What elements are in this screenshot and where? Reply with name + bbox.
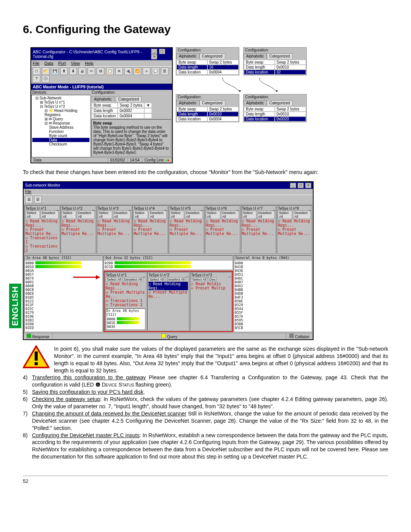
monitor-column: TeSys U n°7_ Select AllDeselect All ☑ Re… <box>241 205 276 254</box>
warning-icon <box>23 345 49 369</box>
connect-icon[interactable]: 🔌 <box>124 67 132 75</box>
out-area-view: Out Area 32 bytes (512) 0200021D <box>104 255 233 270</box>
monitor-menu[interactable]: File <box>24 189 313 195</box>
tree-bytecount[interactable]: Byte count <box>32 134 89 138</box>
hl-col-1: TeSys U n°1_ Select AllDeselect All ☑ Re… <box>105 272 147 331</box>
toolbar-icon[interactable]: ☰ <box>25 196 33 203</box>
tree-data-selected[interactable]: Data <box>32 138 89 142</box>
monitor-column: TeSys U n°2_ Select AllDeselect All ☑ Re… <box>61 205 96 254</box>
monitor-column: TeSys U n°6_ Select AllDeselect All ☑ Re… <box>205 205 240 254</box>
toolbar-icon[interactable]: ☰ <box>34 196 42 203</box>
mini-config-4: Configuration: AlphabeticCategorized Byt… <box>243 94 307 122</box>
monitor-column: TeSys U n°4_ Select AllDeselect All ☑ Re… <box>132 205 168 254</box>
monitor-column: TeSys U n°5_ Select AllDeselect All ☑ Re… <box>169 205 204 254</box>
window-title: ABC Configurator - C:\Schneider\ABC Conf… <box>33 50 151 59</box>
monitor-column: TeSys U n°8_ Select AllDeselect All ☑ Re… <box>277 205 312 254</box>
config-description: Byte swap The byte swapping method to us… <box>91 119 171 157</box>
stack-icon[interactable]: ☰ <box>161 67 169 75</box>
monitor-icon[interactable]: 📶 <box>134 67 141 75</box>
english-tab: ENGLISH <box>9 284 21 328</box>
svg-rect-6 <box>35 362 38 365</box>
monitor-title: Sub-network Monitor <box>25 183 60 187</box>
device-tree[interactable]: ⊟ Sub-Network ⊞ TeSys U n°1 ⊟ TeSys U n°… <box>31 95 91 157</box>
mode-bar: ABC Master Mode - LUFP9 (tutorial) <box>31 84 172 90</box>
step-5: Saving this configuration to your PC's h… <box>32 388 145 396</box>
tree-n2[interactable]: ⊟ TeSys U n°2 <box>32 104 89 109</box>
print-icon[interactable]: 🖨 <box>78 67 86 75</box>
copy-icon[interactable]: ⧉ <box>97 67 104 75</box>
callout-arrow <box>73 270 104 285</box>
save-icon[interactable]: 💾 <box>51 67 59 75</box>
tree-slave[interactable]: Slave Address <box>32 125 89 129</box>
monitor-column: TeSys U n°3_ Select AllDeselect All ☑ Re… <box>97 205 132 254</box>
open-icon[interactable]: 📂 <box>42 67 49 75</box>
tree-func[interactable]: Function <box>32 129 89 134</box>
monitor-status-bar: Response Query Collision <box>24 333 313 339</box>
maximize-icon[interactable]: □ <box>298 183 304 188</box>
connector-lines <box>176 78 308 93</box>
devices-header: Devices: <box>31 90 91 95</box>
minimize-icon[interactable]: _ <box>151 49 157 54</box>
cut-icon[interactable]: ✂ <box>88 67 95 75</box>
hl-col-2: TeSys U n°2_ Select AllDeselect All ☐ Re… <box>147 272 189 331</box>
menu-help[interactable]: Help <box>85 61 94 66</box>
chat-icon[interactable]: 💬 <box>152 67 159 75</box>
monitor-column: TeSys U n°1_ Select AllDeselect All ☑ Re… <box>24 205 60 254</box>
in-area-view: In Area 48 bytes (512) 0000001D003A00570… <box>24 255 103 332</box>
general-area-view: General Area 0 bytes (944) 0400041B04360… <box>234 255 312 332</box>
step-4: Transferring this configuration to the g… <box>32 374 388 388</box>
close-icon[interactable]: × <box>305 183 311 188</box>
tree-root[interactable]: ⊟ Sub-Network <box>32 96 89 100</box>
subnetwork-monitor-window: Sub-network Monitor _ □ × File ☰ ☰ TeSys… <box>23 181 314 340</box>
minimize-icon[interactable]: _ <box>290 183 296 188</box>
menu-file[interactable]: File <box>25 190 31 194</box>
tree-checksum[interactable]: Checksum <box>32 142 89 146</box>
tree-query[interactable]: ⊞ ✉ Query <box>32 117 89 121</box>
tree-n1[interactable]: ⊞ TeSys U n°1 <box>32 100 89 104</box>
add-icon[interactable]: ＋ <box>143 67 150 75</box>
tab-alphabetic[interactable]: Alphabetic <box>91 96 115 102</box>
status-bar: Data 01/02/02 14:54 Config Line ●● <box>31 157 172 163</box>
intro-paragraph: To check that these changes have been en… <box>23 169 388 176</box>
info-icon[interactable]: ⓘ <box>42 75 49 83</box>
step-7: Changing the amount of data received by … <box>32 410 388 432</box>
close-icon[interactable]: × <box>151 54 157 59</box>
menu-data[interactable]: Data <box>45 61 53 66</box>
menu-port[interactable]: Port <box>58 61 66 66</box>
new-icon[interactable]: □ <box>33 67 40 75</box>
step-6: Checking the gateway setup: In RsNetWorx… <box>32 396 388 410</box>
upload-icon[interactable]: ⬆ <box>60 67 68 75</box>
maximize-icon[interactable]: □ <box>159 49 165 54</box>
delete-icon[interactable]: ✕ <box>115 67 123 75</box>
page-title: 6. Configuring the Gateway <box>23 23 388 36</box>
mini-config-3: Configuration: AlphabeticCategorized Byt… <box>176 94 239 122</box>
step-8: Configuring the DeviceNet master PLC inp… <box>32 432 388 461</box>
tree-response[interactable]: ⊟ ✉ Response <box>32 121 89 125</box>
abc-configurator-window: ABC Configurator - C:\Schneider\ABC Conf… <box>30 47 173 163</box>
mini-config-1: Configuration: AlphabeticCategorized Byt… <box>176 47 239 75</box>
mini-config-2: Configuration: AlphabeticCategorized Byt… <box>243 47 307 75</box>
menu-file[interactable]: File <box>33 61 40 66</box>
window-controls[interactable]: _ □ × <box>151 49 170 59</box>
toolbar[interactable]: □ 📂 💾 ⬆ ⬇ 🖨 ✂ ⧉ 📋 ✕ 🔌 📶 ＋ 💬 ☰ ? ⓘ <box>31 66 172 84</box>
svg-rect-5 <box>35 351 38 361</box>
highlighted-columns: TeSys U n°1_ Select AllDeselect All ☑ Re… <box>104 271 233 332</box>
download-icon[interactable]: ⬇ <box>69 67 77 75</box>
tree-rhr[interactable]: ⊟ 📁 Read Holding Registers <box>32 109 89 117</box>
config-header: Configuration: <box>91 90 172 95</box>
help-icon[interactable]: ? <box>33 75 40 83</box>
point6-text: In point 6), you shall make sure the val… <box>54 345 388 374</box>
hl-col-3: TeSys U n°3_ Select AllDes ☑ Read Holdin… <box>190 272 232 331</box>
svg-marker-3 <box>96 275 100 280</box>
paste-icon[interactable]: 📋 <box>106 67 114 75</box>
window-controls[interactable]: _ □ × <box>290 183 311 188</box>
tab-categorized[interactable]: Categorized <box>116 96 142 102</box>
menu-bar[interactable]: File Data Port View Help <box>31 60 172 66</box>
menu-view[interactable]: View <box>71 61 80 66</box>
page-number: 52 <box>23 476 388 484</box>
config-value-table: Byte swapSwap 2 bytes▼ Data length0x0002… <box>91 102 152 119</box>
